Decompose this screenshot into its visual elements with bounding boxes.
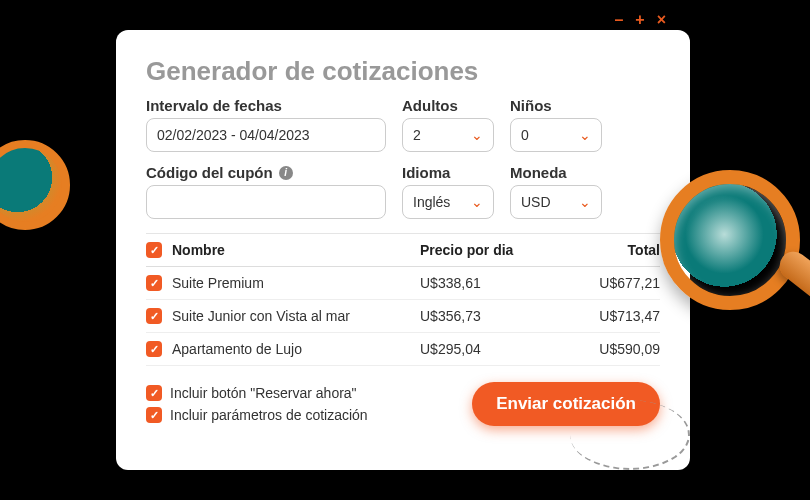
date-range-label: Intervalo de fechas	[146, 97, 386, 114]
currency-value: USD	[521, 194, 551, 210]
page-title: Generador de cotizaciones	[146, 56, 660, 87]
col-header-name: Nombre	[172, 242, 420, 258]
include-quote-params-label: Incluir parámetros de cotización	[170, 407, 368, 423]
row-checkbox[interactable]	[146, 308, 162, 324]
cell-total: U$677,21	[550, 275, 660, 291]
language-label: Idioma	[402, 164, 494, 181]
adults-select[interactable]: 2 ⌄	[402, 118, 494, 152]
cell-price: U$338,61	[420, 275, 550, 291]
quote-generator-window: – + × Generador de cotizaciones Interval…	[116, 30, 690, 470]
adults-value: 2	[413, 127, 421, 143]
close-icon[interactable]: ×	[657, 12, 666, 28]
cell-total: U$713,47	[550, 308, 660, 324]
cell-price: U$356,73	[420, 308, 550, 324]
currency-label: Moneda	[510, 164, 602, 181]
row-checkbox[interactable]	[146, 275, 162, 291]
minimize-icon[interactable]: –	[614, 12, 623, 28]
select-all-checkbox[interactable]	[146, 242, 162, 258]
cell-name: Suite Junior con Vista al mar	[172, 308, 420, 324]
children-select[interactable]: 0 ⌄	[510, 118, 602, 152]
children-label: Niños	[510, 97, 602, 114]
coupon-label: Código del cupón i	[146, 164, 386, 181]
maximize-icon[interactable]: +	[635, 12, 644, 28]
rooms-table: Nombre Precio por dia Total Suite Premiu…	[146, 233, 660, 366]
currency-select[interactable]: USD ⌄	[510, 185, 602, 219]
include-quote-params-option[interactable]: Incluir parámetros de cotización	[146, 407, 368, 423]
col-header-price: Precio por dia	[420, 242, 550, 258]
cell-price: U$295,04	[420, 341, 550, 357]
language-select[interactable]: Inglés ⌄	[402, 185, 494, 219]
cell-name: Suite Premium	[172, 275, 420, 291]
adults-label: Adultos	[402, 97, 494, 114]
children-value: 0	[521, 127, 529, 143]
chevron-down-icon: ⌄	[579, 194, 591, 210]
table-header-row: Nombre Precio por dia Total	[146, 234, 660, 267]
cell-name: Apartamento de Lujo	[172, 341, 420, 357]
table-row: Apartamento de Lujo U$295,04 U$590,09	[146, 333, 660, 366]
table-row: Suite Premium U$338,61 U$677,21	[146, 267, 660, 300]
coupon-input[interactable]	[146, 185, 386, 219]
magnifier-decoration-left	[0, 140, 70, 230]
send-quote-button[interactable]: Enviar cotización	[472, 382, 660, 426]
date-range-value: 02/02/2023 - 04/04/2023	[157, 127, 310, 143]
chevron-down-icon: ⌄	[579, 127, 591, 143]
row-checkbox[interactable]	[146, 341, 162, 357]
include-book-now-option[interactable]: Incluir botón "Reservar ahora"	[146, 385, 368, 401]
chevron-down-icon: ⌄	[471, 127, 483, 143]
window-controls: – + ×	[614, 12, 666, 28]
chevron-down-icon: ⌄	[471, 194, 483, 210]
cell-total: U$590,09	[550, 341, 660, 357]
col-header-total: Total	[550, 242, 660, 258]
info-icon[interactable]: i	[279, 166, 293, 180]
date-range-input[interactable]: 02/02/2023 - 04/04/2023	[146, 118, 386, 152]
checkbox-icon	[146, 385, 162, 401]
include-book-now-label: Incluir botón "Reservar ahora"	[170, 385, 357, 401]
language-value: Inglés	[413, 194, 450, 210]
table-row: Suite Junior con Vista al mar U$356,73 U…	[146, 300, 660, 333]
checkbox-icon	[146, 407, 162, 423]
